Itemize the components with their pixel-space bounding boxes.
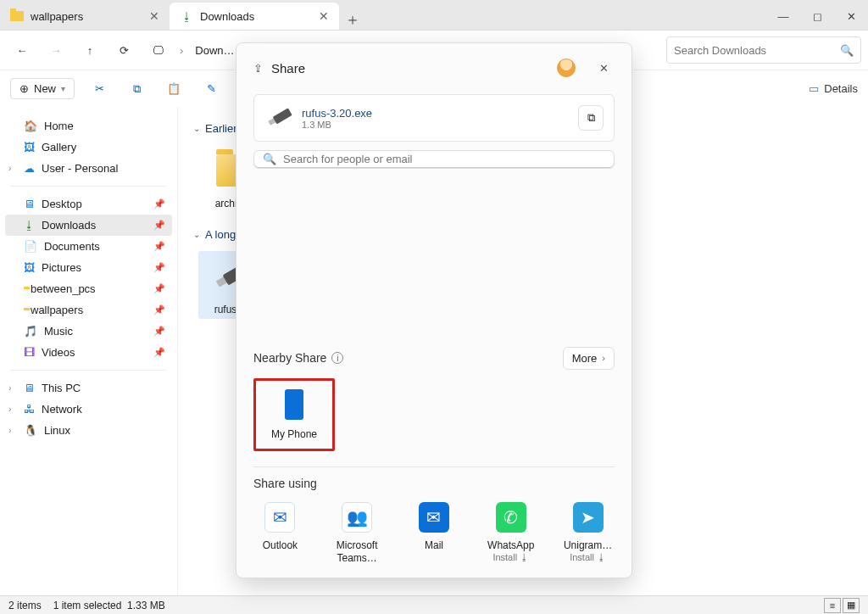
- sidebar-item-label: between_pcs: [31, 282, 96, 295]
- home-icon: 🏠: [24, 120, 37, 132]
- details-label: Details: [824, 82, 858, 95]
- user-avatar[interactable]: [557, 59, 576, 77]
- share-file-card: rufus-3.20.exe 1.3 MB ⧉: [253, 94, 615, 142]
- share-apps-row: ✉ Outlook 👥 Microsoft Teams… ✉ Mail ✆ Wh…: [253, 502, 615, 564]
- tab-downloads[interactable]: ⭳ Downloads ✕: [170, 3, 339, 30]
- sidebar-item-gallery[interactable]: 🖼Gallery: [5, 137, 172, 158]
- pin-icon: 📌: [153, 326, 165, 337]
- search-box[interactable]: 🔍: [666, 36, 861, 64]
- sidebar-item-documents[interactable]: 📄Documents📌: [5, 236, 172, 257]
- share-flyout: ⇪ Share ✕ rufus-3.20.exe 1.3 MB ⧉ 🔍 Near…: [236, 42, 632, 578]
- status-bar: 2 items 1 item selected 1.33 MB ≡ ▦: [0, 595, 868, 614]
- tab-wallpapers[interactable]: wallpapers ✕: [0, 3, 170, 30]
- minimize-button[interactable]: ―: [766, 3, 800, 30]
- chevron-right-icon[interactable]: ›: [176, 44, 186, 57]
- sidebar-item-home[interactable]: 🏠Home: [5, 115, 172, 137]
- icons-view-button[interactable]: ▦: [843, 598, 860, 613]
- sidebar-item-linux[interactable]: ›🐧Linux: [5, 420, 172, 441]
- search-input[interactable]: [674, 44, 835, 57]
- maximize-button[interactable]: ◻: [800, 3, 834, 30]
- copy-file-button[interactable]: ⧉: [578, 105, 604, 131]
- separator: [10, 370, 167, 371]
- sidebar-item-label: Linux: [44, 424, 70, 437]
- details-view-button[interactable]: ≡: [824, 598, 841, 613]
- mail-icon: ✉: [419, 502, 449, 533]
- nearby-device-my-phone[interactable]: My Phone: [253, 378, 335, 451]
- sidebar-item-videos[interactable]: 🎞Videos📌: [5, 342, 172, 363]
- gallery-icon: 🖼: [24, 141, 35, 154]
- sidebar-item-wallpapers[interactable]: wallpapers📌: [5, 299, 172, 321]
- close-window-button[interactable]: ✕: [834, 3, 868, 30]
- share-app-teams[interactable]: 👥 Microsoft Teams…: [331, 502, 384, 564]
- sidebar-item-downloads[interactable]: ⭳Downloads📌: [5, 215, 172, 236]
- pictures-icon: 🖼: [24, 261, 35, 274]
- pin-icon: 📌: [153, 347, 165, 358]
- paste-button[interactable]: 📋: [161, 76, 186, 102]
- share-using-label: Share using: [253, 477, 615, 490]
- share-file-size: 1.3 MB: [302, 120, 372, 130]
- nearby-share-row: Nearby Share i More ›: [253, 347, 615, 370]
- sidebar-item-label: wallpapers: [31, 304, 83, 316]
- pin-icon: 📌: [153, 262, 165, 273]
- details-toggle[interactable]: ▭ Details: [809, 82, 858, 95]
- download-icon: ⭳: [24, 219, 35, 232]
- close-icon[interactable]: ✕: [149, 9, 159, 23]
- separator: [253, 466, 615, 467]
- search-icon[interactable]: 🔍: [840, 44, 854, 57]
- chevron-right-icon[interactable]: ›: [8, 405, 11, 414]
- share-icon: ⇪: [253, 62, 263, 75]
- up-button[interactable]: ↑: [75, 35, 105, 65]
- share-search-box[interactable]: 🔍: [253, 150, 615, 169]
- forward-button[interactable]: →: [41, 35, 71, 65]
- copy-button[interactable]: ⧉: [124, 76, 149, 102]
- rename-button[interactable]: ✎: [198, 76, 224, 102]
- sidebar-item-between-pcs[interactable]: between_pcs📌: [5, 278, 172, 299]
- separator: [10, 186, 167, 187]
- sidebar-item-desktop[interactable]: 🖥Desktop📌: [5, 193, 172, 215]
- monitor-icon[interactable]: 🖵: [142, 35, 173, 65]
- tab-strip: wallpapers ✕ ⭳ Downloads ✕ ＋ ― ◻ ✕: [0, 0, 868, 31]
- sidebar-item-label: Desktop: [42, 198, 82, 210]
- new-button[interactable]: ⊕ New ▾: [10, 78, 75, 99]
- tab-label: Downloads: [200, 10, 254, 23]
- breadcrumb-current[interactable]: Down…: [190, 41, 239, 60]
- sidebar-item-network[interactable]: ›🖧Network: [5, 399, 172, 420]
- share-app-mail[interactable]: ✉ Mail: [408, 502, 461, 564]
- linux-icon: 🐧: [24, 424, 37, 437]
- sidebar-item-label: Gallery: [42, 141, 76, 154]
- share-app-whatsapp[interactable]: ✆ WhatsApp Install ⭳: [484, 502, 537, 564]
- share-app-unigram[interactable]: ➤ Unigram… Install ⭳: [561, 502, 615, 564]
- sidebar-item-onedrive[interactable]: ›☁User - Personal: [5, 158, 172, 179]
- chevron-right-icon[interactable]: ›: [8, 383, 11, 393]
- pin-icon: 📌: [153, 220, 165, 231]
- info-icon[interactable]: i: [331, 352, 343, 364]
- share-search-input[interactable]: [283, 153, 605, 165]
- refresh-button[interactable]: ⟳: [108, 35, 139, 65]
- sidebar-item-music[interactable]: 🎵Music📌: [5, 321, 172, 342]
- music-icon: 🎵: [24, 325, 37, 338]
- app-label: Outlook: [263, 539, 298, 551]
- new-tab-button[interactable]: ＋: [339, 9, 366, 30]
- back-button[interactable]: ←: [7, 35, 37, 65]
- file-thumbnail: [264, 103, 293, 132]
- sidebar-item-this-pc[interactable]: ›🖥This PC: [5, 377, 172, 399]
- pin-icon: 📌: [153, 241, 165, 252]
- close-share-button[interactable]: ✕: [593, 57, 615, 79]
- close-icon[interactable]: ✕: [319, 9, 329, 23]
- videos-icon: 🎞: [24, 346, 35, 359]
- share-app-outlook[interactable]: ✉ Outlook: [253, 502, 307, 564]
- nearby-share-label: Nearby Share: [253, 351, 326, 365]
- chevron-right-icon[interactable]: ›: [8, 426, 11, 435]
- nearby-more-button[interactable]: More ›: [563, 347, 615, 370]
- cloud-icon: ☁: [24, 162, 35, 175]
- cut-button[interactable]: ✂: [86, 76, 112, 102]
- pin-icon: 📌: [153, 198, 165, 209]
- outlook-icon: ✉: [264, 502, 295, 533]
- new-label: New: [34, 82, 56, 95]
- sidebar-item-label: Downloads: [42, 219, 96, 232]
- copy-icon: ⧉: [587, 111, 595, 125]
- download-icon: ⭳: [180, 9, 193, 23]
- chevron-right-icon[interactable]: ›: [8, 164, 11, 173]
- sidebar-item-pictures[interactable]: 🖼Pictures📌: [5, 257, 172, 278]
- tab-label: wallpapers: [31, 10, 83, 23]
